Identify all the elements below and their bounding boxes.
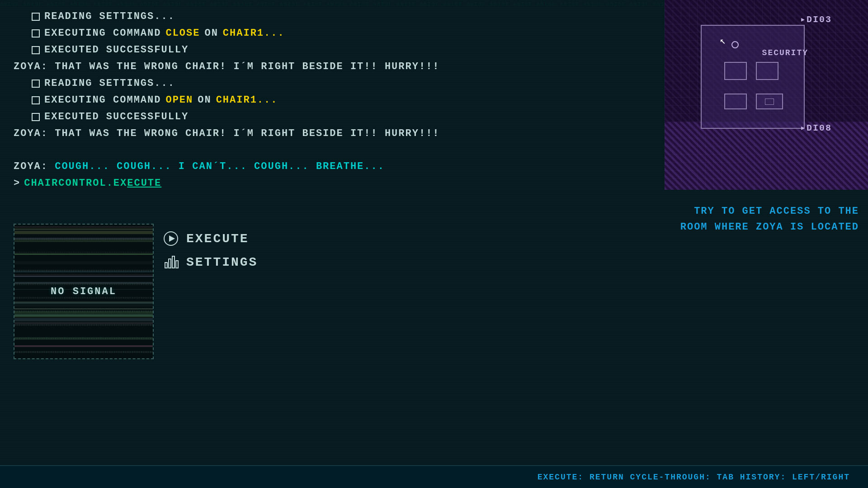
- prompt-arrow: >: [14, 178, 20, 189]
- no-signal-text: NO SIGNAL: [51, 286, 117, 297]
- noise-line: [14, 297, 153, 299]
- map-desk-2: [756, 62, 778, 80]
- checkbox-icon: [32, 80, 40, 88]
- log-entry: EXECUTED SUCCESSFULLY: [14, 109, 493, 124]
- dialogue-line: ZOYA: THAT WAS THE WRONG CHAIR! I´M RIGH…: [14, 126, 493, 141]
- static-bar: [14, 312, 153, 314]
- checkbox-icon: [32, 29, 40, 38]
- static-bar: [14, 318, 153, 321]
- menu-item-settings[interactable]: SETTINGS: [163, 254, 258, 270]
- static-bar: [14, 226, 153, 229]
- static-bar: [14, 305, 153, 306]
- camera-inner: NO SIGNAL: [14, 225, 153, 358]
- static-bar: [14, 322, 153, 324]
- camera-panel: NO SIGNAL: [14, 224, 154, 359]
- static-bar: [14, 274, 153, 275]
- dialogue-line: ZOYA: THAT WAS THE WRONG CHAIR! I´M RIGH…: [14, 59, 493, 74]
- noise-line: [14, 252, 153, 253]
- command-text: CHAIRCONTROL.EXECUTE: [24, 178, 161, 189]
- menu-item-execute[interactable]: EXECUTE: [163, 230, 258, 247]
- svg-rect-3: [169, 259, 171, 268]
- log-entry: READING SETTINGS...: [14, 9, 493, 24]
- static-bar: [14, 314, 153, 316]
- map-desk-1: [724, 62, 747, 80]
- security-room-label: SECURITY: [762, 48, 808, 57]
- log-entry: EXECUTED SUCCESSFULLY: [14, 42, 493, 57]
- map-label-bot: ▸DI08: [800, 122, 832, 133]
- log-entry: EXECUTING COMMAND CLOSE ON CHAIR1...: [14, 26, 493, 41]
- log-line-l1: READING SETTINGS...: [14, 9, 493, 24]
- checkbox-icon: [32, 96, 40, 104]
- bottom-bar: EXECUTE: RETURN CYCLE-THROUGH: TAB HISTO…: [0, 465, 868, 488]
- log-entry: EXECUTING COMMAND OPEN ON CHAIR1...: [14, 93, 493, 108]
- svg-rect-5: [176, 261, 178, 268]
- static-bar: [14, 261, 153, 264]
- checkbox-icon: [32, 13, 40, 21]
- static-bar: [14, 282, 153, 284]
- bar-chart-icon: [163, 254, 179, 270]
- map-dot: [731, 41, 739, 48]
- cough-line: ZOYA: COUGH... COUGH... I CAN´T... COUGH…: [14, 161, 493, 172]
- hint-text: TRY TO GET ACCESS TO THE ROOM WHERE ZOYA…: [651, 203, 859, 235]
- static-bar: [14, 239, 153, 242]
- settings-label: SETTINGS: [186, 255, 258, 269]
- hint-line1: TRY TO GET ACCESS TO THE: [651, 203, 859, 219]
- log-line-l8: ZOYA: THAT WAS THE WRONG CHAIR! I´M RIGH…: [14, 126, 493, 141]
- static-bar: [14, 254, 153, 255]
- map-desk-3: [724, 94, 747, 109]
- static-bar: [14, 345, 153, 347]
- hint-panel: TRY TO GET ACCESS TO THE ROOM WHERE ZOYA…: [651, 203, 859, 235]
- static-bar: [14, 337, 153, 340]
- log-entry: READING SETTINGS...: [14, 76, 493, 91]
- svg-rect-4: [172, 256, 175, 268]
- svg-rect-2: [165, 263, 167, 268]
- map-panel: ▸DI03 SECURITY ↖ ▸DI08: [665, 0, 868, 190]
- bottom-hint-text: EXECUTE: RETURN CYCLE-THROUGH: TAB HISTO…: [538, 473, 850, 482]
- map-security-room: SECURITY ↖: [701, 25, 805, 129]
- checkbox-icon: [32, 113, 40, 121]
- checkbox-icon: [32, 46, 40, 54]
- cough-label: ZOYA:: [14, 161, 55, 172]
- circle-play-icon: [163, 230, 179, 247]
- log-line-l3: EXECUTED SUCCESSFULLY: [14, 42, 493, 57]
- static-bar: [14, 308, 153, 310]
- spacer: [14, 143, 493, 161]
- map-cursor: ↖: [720, 35, 726, 47]
- static-bar: [14, 229, 153, 230]
- map-label-top: ▸DI03: [800, 14, 832, 25]
- map-background: ▸DI03 SECURITY ↖ ▸DI08: [665, 0, 868, 190]
- static-bar: [14, 289, 153, 290]
- svg-marker-1: [169, 235, 175, 242]
- log-line-l7: EXECUTED SUCCESSFULLY: [14, 109, 493, 124]
- cough-text: COUGH... COUGH... I CAN´T... COUGH... BR…: [55, 161, 385, 172]
- noise-line: [14, 324, 153, 326]
- static-bar: [14, 271, 153, 272]
- map-hatch-bottom: [665, 122, 868, 190]
- static-bar: [14, 276, 153, 277]
- execute-label: EXECUTE: [186, 232, 249, 246]
- hint-line2: ROOM WHERE ZOYA IS LOCATED: [651, 219, 859, 235]
- static-bar: [14, 302, 153, 304]
- static-bar: [14, 231, 153, 234]
- noise-line: [14, 351, 153, 353]
- command-line: > CHAIRCONTROL.EXECUTE: [14, 178, 493, 189]
- log-line-l6: EXECUTING COMMAND OPEN ON CHAIR1...: [14, 93, 493, 108]
- log-line-l2: EXECUTING COMMAND CLOSE ON CHAIR1...: [14, 26, 493, 41]
- log-line-l4: ZOYA: THAT WAS THE WRONG CHAIR! I´M RIGH…: [14, 59, 493, 74]
- log-container: READING SETTINGS...EXECUTING COMMAND CLO…: [14, 9, 493, 141]
- map-desk-4: [756, 94, 783, 109]
- menu-options: EXECUTE SETTINGS: [163, 230, 258, 277]
- log-line-l5: READING SETTINGS...: [14, 76, 493, 91]
